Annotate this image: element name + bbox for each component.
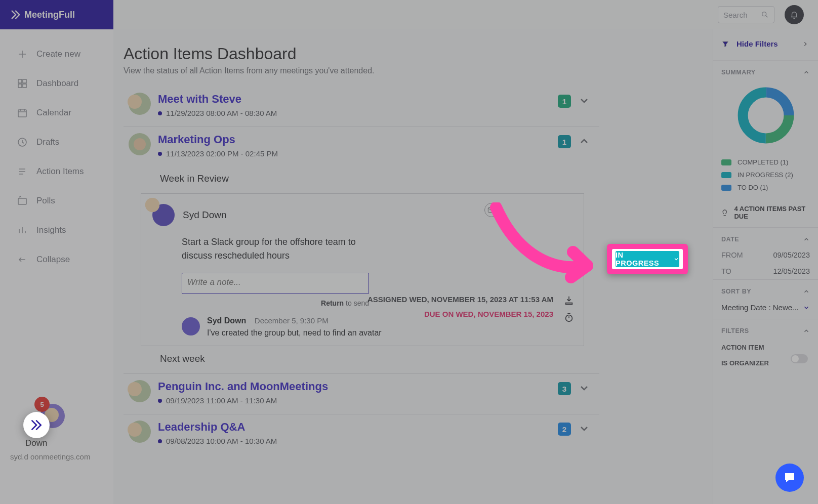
profile-partial-name: Down — [25, 438, 47, 448]
brand-bar[interactable]: MeetingFull — [0, 0, 113, 29]
nav-insights[interactable]: Insights — [0, 216, 113, 245]
comment-text: I've created the group but, need to find… — [207, 328, 382, 338]
chevron-down-icon — [803, 304, 810, 311]
legend-row: COMPLETED (1) — [721, 156, 810, 169]
note-input[interactable] — [182, 273, 369, 294]
notification-badge[interactable]: 5 — [34, 397, 50, 412]
dot-icon — [158, 399, 162, 403]
count-badge[interactable]: 2 — [558, 423, 571, 436]
svg-rect-3 — [23, 84, 26, 88]
arrow-left-icon — [16, 254, 28, 266]
search-icon — [761, 11, 769, 19]
meeting-row[interactable]: Leadership Q&A 09/08/2023 10:00 AM - 10:… — [124, 418, 599, 454]
nav-label: Dashboard — [36, 78, 78, 89]
summary-legend: COMPLETED (1) IN PROGRESS (2) TO DO (1) — [713, 156, 818, 200]
hide-filters-label: Hide Filters — [737, 39, 778, 48]
intercom-launcher[interactable] — [775, 464, 804, 492]
topbar: Search — [113, 0, 818, 29]
avatar — [129, 93, 151, 115]
floating-brand-badge[interactable] — [23, 412, 50, 438]
chevron-down-icon[interactable] — [578, 423, 590, 435]
sort-select[interactable]: Meeting Date : Newe... — [713, 299, 818, 319]
meeting-row[interactable]: Penguin Inc. and MoonMeetings 09/19/2023… — [124, 378, 599, 414]
page-title: Action Items Dashboard — [124, 45, 599, 63]
assignment-meta: ASSIGNED WED, NOVEMBER 15, 2023 AT 11:53… — [367, 295, 553, 318]
status-label: IN PROGRESS — [616, 251, 669, 267]
count-badge[interactable]: 1 — [558, 95, 571, 108]
chevron-down-icon[interactable] — [578, 382, 590, 394]
due-line: DUE ON WED, NOVEMBER 15, 2023 — [367, 310, 553, 318]
legend-row: IN PROGRESS (2) — [721, 169, 810, 181]
dot-icon — [158, 152, 162, 156]
nav-label: Collapse — [36, 255, 70, 265]
filter-is-organizer-row: IS ORGANIZER — [713, 354, 818, 370]
sidebar: MeetingFull Create new Dashboard Calenda… — [0, 0, 113, 504]
section-heading: Week in Review — [160, 173, 599, 184]
is-organizer-toggle[interactable] — [791, 354, 808, 363]
status-dropdown[interactable]: IN PROGRESS — [616, 251, 679, 267]
meeting-row[interactable]: Marketing Ops 11/13/2023 02:00 PM - 02:4… — [124, 131, 599, 167]
brand-name: MeetingFull — [24, 10, 75, 20]
chevron-up-icon — [803, 327, 810, 334]
action-description: Start a Slack group for the offshore tea… — [182, 235, 384, 263]
avatar — [129, 380, 151, 402]
hide-filters-button[interactable]: Hide Filters — [713, 29, 818, 61]
comment-date: December 5, 9:30 PM — [255, 316, 329, 325]
chevron-up-icon — [803, 288, 810, 295]
filter-icon — [721, 40, 729, 48]
summary-header[interactable]: SUMMARY — [713, 61, 818, 80]
sort-header[interactable]: SORT BY — [713, 280, 818, 299]
date-from-row[interactable]: FROM09/05/2023 — [713, 247, 818, 263]
nav-label: Insights — [36, 225, 66, 235]
nav-polls[interactable]: Polls — [0, 186, 113, 216]
date-to-row[interactable]: TO12/05/2023 — [713, 263, 818, 279]
filters-header[interactable]: FILTERS — [713, 319, 818, 339]
nav-create-new[interactable]: Create new — [0, 39, 113, 69]
count-badge[interactable]: 3 — [558, 382, 571, 395]
page-subtitle: View the status of all Action Items from… — [124, 66, 599, 75]
download-icon[interactable] — [563, 295, 575, 306]
chevron-down-icon[interactable] — [578, 95, 590, 107]
date-from-value: 09/05/2023 — [773, 251, 810, 259]
count-badge[interactable]: 1 — [558, 135, 571, 148]
chevron-up-icon[interactable] — [578, 135, 590, 147]
nav-dashboard[interactable]: Dashboard — [0, 69, 113, 98]
meeting-title[interactable]: Marketing Ops — [158, 133, 278, 146]
meeting-title[interactable]: Meet with Steve — [158, 93, 277, 106]
search-input[interactable]: Search — [718, 6, 774, 23]
chevron-down-icon — [673, 256, 679, 262]
nav-label: Create new — [36, 49, 80, 59]
avatar — [129, 421, 151, 443]
meeting-time: 11/29/2023 08:00 AM - 08:30 AM — [158, 109, 277, 117]
lightbulb-icon — [720, 207, 729, 218]
meeting-time: 11/13/2023 02:00 PM - 02:45 PM — [158, 149, 278, 158]
nav-label: Polls — [36, 196, 55, 206]
meeting-title[interactable]: Leadership Q&A — [158, 421, 277, 434]
summary-donut-chart — [713, 80, 818, 156]
svg-rect-0 — [18, 79, 22, 83]
grid-icon — [16, 77, 28, 90]
meeting-row[interactable]: Meet with Steve 11/29/2023 08:00 AM - 08… — [124, 91, 599, 127]
date-header[interactable]: DATE — [713, 228, 818, 247]
swatch-icon — [721, 172, 731, 178]
meta-icons — [563, 295, 575, 329]
svg-point-7 — [762, 12, 766, 16]
nav-label: Drafts — [36, 137, 59, 147]
past-due-row[interactable]: 4 ACTION ITEMS PAST DUE — [713, 200, 818, 227]
svg-rect-4 — [18, 110, 26, 117]
nav-collapse[interactable]: Collapse — [0, 245, 113, 274]
legend-row: TO DO (1) — [721, 181, 810, 194]
meeting-title[interactable]: Penguin Inc. and MoonMeetings — [158, 380, 328, 393]
section-heading: Next week — [160, 353, 599, 364]
nav-drafts[interactable]: Drafts — [0, 128, 113, 157]
return-hint: Return to send — [182, 299, 369, 307]
notifications-button[interactable] — [785, 5, 804, 24]
timer-icon[interactable] — [563, 312, 575, 323]
nav-calendar[interactable]: Calendar — [0, 98, 113, 128]
meeting-time: 09/19/2023 11:00 AM - 11:30 AM — [158, 396, 328, 405]
brand-logo-icon — [10, 9, 21, 20]
status-highlight: IN PROGRESS — [607, 244, 688, 274]
svg-rect-1 — [23, 79, 26, 83]
nav-action-items[interactable]: Action Items — [0, 157, 113, 186]
swatch-icon — [721, 185, 731, 191]
